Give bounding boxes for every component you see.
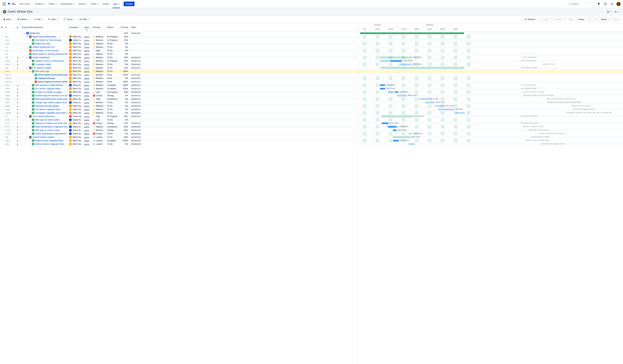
drag-handle-icon[interactable]: ⋮⋮ bbox=[0, 111, 4, 115]
table-row[interactable]: ⋮⋮1-6-1-1✓Need rollback of last patch as… bbox=[0, 73, 358, 77]
gantt-row[interactable] bbox=[358, 77, 623, 80]
drag-handle-icon[interactable]: ⋮⋮ bbox=[0, 59, 4, 63]
drag-handle-icon[interactable]: ⋮⋮ bbox=[0, 101, 4, 104]
nav-dashboards[interactable]: Dashboards▾ bbox=[59, 1, 76, 6]
gantt-bar[interactable] bbox=[397, 95, 407, 97]
drag-handle-icon[interactable]: ⋮⋮ bbox=[0, 118, 4, 121]
drag-handle-icon[interactable]: ⋮⋮ bbox=[0, 139, 4, 142]
gantt-bar[interactable] bbox=[380, 88, 385, 90]
drag-handle-icon[interactable]: ⋮⋮ bbox=[0, 83, 4, 87]
table-row[interactable]: ⋮⋮1-7-4▲▢Firefox performance improvement… bbox=[0, 132, 358, 135]
drag-handle-icon[interactable]: ⋮⋮ bbox=[0, 52, 4, 56]
issue-title[interactable]: iOS Version Upgrade Notes bbox=[35, 87, 61, 90]
issue-title[interactable]: After logo on home screen bbox=[35, 119, 60, 121]
gantt-row[interactable] bbox=[358, 45, 623, 49]
drag-handle-icon[interactable]: ⋮⋮ bbox=[0, 56, 4, 59]
drag-handle-icon[interactable]: ⋮⋮ bbox=[0, 128, 4, 132]
issue-title[interactable]: iOS Platform Update bbox=[32, 67, 51, 69]
expand-toggle-icon[interactable]: ▾ bbox=[26, 116, 28, 117]
gantt-row[interactable] bbox=[358, 39, 623, 42]
table-row[interactable]: ⋮⋮1-6-9▲▢iOS Version Upgrade NotesMMitch… bbox=[0, 108, 358, 111]
app-switcher-icon[interactable] bbox=[2, 2, 6, 6]
gantt-row[interactable] bbox=[358, 52, 623, 56]
prev-button[interactable]: « bbox=[587, 17, 592, 22]
refresh-button[interactable]: ⟳ Refresh bbox=[523, 17, 537, 22]
table-row[interactable]: ⋮⋮1-6-8▲▢Password security updateMMitch … bbox=[0, 104, 358, 108]
issue-title[interactable]: Need rollback of last patch asap bbox=[38, 74, 67, 76]
gantt-row[interactable]: rent UI HomescreenMitch Davis bbox=[358, 59, 623, 63]
table-row[interactable]: ⋮⋮1-2▢rollback deployment #23MMitch Da…1… bbox=[0, 45, 358, 49]
col-start[interactable]: Start ↑ bbox=[130, 23, 143, 31]
drag-handle-icon[interactable]: ⋮⋮ bbox=[0, 70, 4, 73]
issue-title[interactable]: Mobile App Authentication bbox=[32, 36, 56, 38]
drag-handle-icon[interactable]: ⋮⋮ bbox=[0, 45, 4, 49]
issue-title[interactable]: Customize charts bbox=[35, 63, 51, 66]
gantt-bar[interactable] bbox=[425, 102, 435, 103]
gantt-row[interactable] bbox=[358, 73, 623, 77]
nav-assets[interactable]: Assets bbox=[101, 1, 111, 6]
gantt-bar[interactable] bbox=[360, 32, 464, 34]
table-row[interactable]: ⋮⋮1-5▲▾⚡Vendor DashboardMMitch Da…100%☰M… bbox=[0, 56, 358, 59]
col-drag-handle[interactable]: ✥ bbox=[0, 23, 4, 31]
expand-toggle-icon[interactable]: ▾ bbox=[23, 32, 26, 34]
drag-handle-icon[interactable]: ⋮⋮ bbox=[0, 87, 4, 90]
gantt-row[interactable]: iOS Platform Update bbox=[358, 66, 623, 70]
undo-button[interactable]: ↶ Undo bbox=[538, 17, 550, 22]
gantt-row[interactable]: fingerprint identity to be used on mobil… bbox=[358, 94, 623, 97]
user-avatar[interactable] bbox=[616, 1, 621, 6]
settings-dropdown[interactable]: ▾ bbox=[613, 10, 620, 14]
expand-toggle-icon[interactable]: ▾ bbox=[26, 57, 28, 58]
col-issue[interactable]: Project/Version/Issue bbox=[21, 23, 67, 31]
gantt-row[interactable]: Vendor DashboardMitch Davis bbox=[358, 56, 623, 59]
gantt-row[interactable]: ty to mobile devicesAlana Grant bbox=[358, 83, 623, 87]
gantt-bar-progress[interactable] bbox=[388, 126, 397, 128]
gantt-row[interactable]: Customize chartsMitch Davis bbox=[358, 63, 623, 66]
delete-button[interactable]: ⊖Delete▾ bbox=[17, 17, 30, 21]
gantt-chart[interactable]: 2024/012024/02 0801/1501/2201/2902/0502/… bbox=[358, 23, 623, 364]
nav-filters[interactable]: Filters▾ bbox=[47, 1, 58, 6]
today-button[interactable]: Today bbox=[576, 17, 586, 22]
gantt-row[interactable] bbox=[358, 49, 623, 52]
table-row[interactable]: ⋮⋮1▾▣Mobile Dev41%2023/12/07 bbox=[0, 32, 358, 35]
view-button[interactable]: 👁View▾ bbox=[47, 17, 59, 21]
drag-handle-icon[interactable]: ⋮⋮ bbox=[0, 77, 4, 80]
issue-title[interactable]: More accessible home screen button bbox=[35, 98, 67, 100]
redo-button[interactable]: ↷ Redo bbox=[551, 17, 563, 22]
gantt-row[interactable]: iOS Version Upgrade NotesMitch Da bbox=[358, 108, 623, 111]
search-input[interactable] bbox=[572, 3, 593, 5]
issue-title[interactable]: Change login related support docume… bbox=[35, 101, 67, 104]
filter-button[interactable]: ☰Filter▾ bbox=[78, 17, 90, 21]
gantt-row[interactable]: sion Upgrade NotesMitch Davis bbox=[358, 87, 623, 90]
table-row[interactable]: ⋮⋮1-4▢Billing system is sending duplicat… bbox=[0, 52, 358, 56]
issue-title[interactable]: Mobile Version Upgrade Notes bbox=[35, 139, 63, 142]
gantt-bar-progress[interactable] bbox=[390, 60, 402, 62]
gantt-row[interactable] bbox=[358, 80, 623, 83]
drag-handle-icon[interactable]: ⋮⋮ bbox=[0, 97, 4, 101]
issue-title[interactable]: rollback deployment #23 bbox=[32, 46, 55, 48]
help-dropdown[interactable]: ?▾ bbox=[605, 10, 613, 14]
gantt-row[interactable]: Investigate scalability issue when user … bbox=[358, 111, 623, 115]
drag-handle-icon[interactable]: ⋮⋮ bbox=[0, 66, 4, 70]
bar-button[interactable]: → Bar bbox=[564, 17, 575, 22]
gantt-bar-progress[interactable] bbox=[396, 91, 398, 93]
tools-button[interactable]: 🔧Tools▾ bbox=[62, 17, 75, 21]
next-button[interactable]: » bbox=[593, 17, 598, 22]
col-assignee[interactable]: Assignee bbox=[67, 23, 82, 31]
drag-handle-icon[interactable]: ⋮⋮ bbox=[0, 63, 4, 66]
jira-logo[interactable]: Jira bbox=[7, 2, 15, 6]
edit-button[interactable]: ✎Edit▾ bbox=[33, 17, 44, 21]
gantt-bar[interactable] bbox=[380, 84, 385, 86]
table-row[interactable]: ⋮⋮1-6-4▲▢Fix typo on Contact Us pageMMit… bbox=[0, 90, 358, 94]
gantt-bar[interactable] bbox=[380, 57, 412, 58]
table-row[interactable]: ⋮⋮1-7-2▲▢Optimize for tablets and other … bbox=[0, 121, 358, 125]
gantt-row[interactable]: ser Interface RevisionsCassi Owens bbox=[358, 115, 623, 118]
nav-apps[interactable]: Apps▾ bbox=[111, 1, 122, 6]
gantt-row[interactable]: Mobile Version Upgrade NotesMitch Davis bbox=[358, 139, 623, 142]
col-status[interactable]: Status bbox=[106, 23, 119, 31]
add-button[interactable]: ⊕Add▾ bbox=[2, 17, 13, 21]
nav-projects[interactable]: Projects▾ bbox=[33, 1, 47, 6]
drag-handle-icon[interactable]: ⋮⋮ bbox=[0, 121, 4, 125]
issue-title[interactable]: Android Version Upgrade Notes bbox=[35, 143, 64, 145]
gantt-row[interactable]: Android Version UpdateMitch Davis bbox=[358, 135, 623, 139]
gantt-bar[interactable] bbox=[382, 116, 413, 117]
